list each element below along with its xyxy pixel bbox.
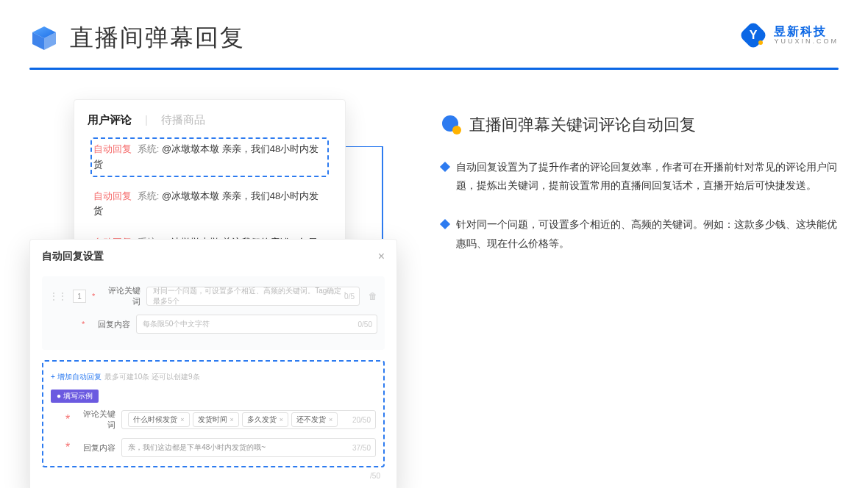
tag-remove-icon[interactable]: × [280,416,283,423]
close-icon[interactable]: × [378,250,385,263]
auto-reply-label: 自动回复 [93,143,132,154]
bullet-item: 自动回复设置为了提升作者的评论回复效率，作者可在开播前针对常见的评论用户问题，提… [441,158,839,195]
tab-pending-goods[interactable]: 待播商品 [161,113,205,127]
row-number: 1 [73,290,86,303]
section-title: 直播间弹幕关键词评论自动回复 [469,114,696,136]
tab-divider: | [145,113,148,127]
svg-point-5 [758,40,763,45]
auto-reply-row: 自动回复 系统: @冰墩墩本墩 亲亲，我们48小时内发货 [90,137,329,177]
keyword-input[interactable]: 对同一个问题，可设置多个相近、高频的关键词。Tag确定，最多5个 0/5 [146,287,360,306]
brand-name-cn: 昱新科技 [774,25,839,38]
example-block: + 增加自动回复 最多可建10条 还可以创建9条 ● 填写示例 * 评论关键词 … [42,360,385,467]
required-star: * [65,441,70,454]
footer-count: /50 [42,472,385,480]
example-keyword-count: 20/50 [352,416,371,424]
content-label: 回复内容 [90,319,130,330]
example-keyword-label: 评论关键词 [76,409,115,431]
settings-title: 自动回复设置 [42,250,104,263]
example-content-label: 回复内容 [76,442,115,453]
page-title: 直播间弹幕回复 [70,22,245,54]
content-input[interactable]: 每条限50个中文字符 0/50 [136,315,377,334]
tag-chip[interactable]: 还不发货× [291,412,338,427]
diamond-icon [440,162,450,172]
required-star: * [82,320,85,329]
section-header: 直播间弹幕关键词评论自动回复 [441,114,839,136]
tag-remove-icon[interactable]: × [230,416,234,423]
system-label: 系统: [138,190,160,201]
keyword-placeholder: 对同一个问题，可设置多个相近、高频的关键词。Tag确定，最多5个 [153,286,353,306]
tab-user-comments[interactable]: 用户评论 [88,113,132,127]
example-content-input[interactable]: 亲，我们这边都是下单48小时内发货的哦~ 37/50 [121,438,376,457]
content-placeholder: 每条限50个中文字符 [143,319,210,329]
tag-chip[interactable]: 发货时间× [193,412,239,427]
diamond-icon [440,219,450,229]
brand-name-en: YUUXIN.COM [774,38,839,46]
comment-tabs: 用户评论 | 待播商品 [88,113,332,127]
drag-handle-icon[interactable]: ⋮⋮ [49,291,67,301]
auto-reply-row: 自动回复 系统: @冰墩墩本墩 亲亲，我们48小时内发货 [90,184,329,224]
trash-icon[interactable]: 🗑 [369,291,377,301]
system-label: 系统: [138,143,160,154]
add-sub-text: 最多可建10条 还可以创建9条 [104,373,199,381]
brand-block: Y 昱新科技 YUUXIN.COM [740,22,839,49]
tag-chip[interactable]: 多久发货× [242,412,288,427]
form-block: ⋮⋮ 1 * 评论关键词 对同一个问题，可设置多个相近、高频的关键词。Tag确定… [42,276,385,350]
tag-chip[interactable]: 什么时候发货× [128,412,189,427]
keyword-count: 0/5 [344,293,355,301]
auto-reply-label: 自动回复 [93,190,132,201]
cube-icon [29,24,59,53]
content-count: 0/50 [358,320,372,329]
required-star: * [65,413,70,426]
left-column: 用户评论 | 待播商品 自动回复 系统: @冰墩墩本墩 亲亲，我们48小时内发货… [29,99,412,273]
brand-logo-icon: Y [740,22,766,49]
settings-card: 自动回复设置 × ⋮⋮ 1 * 评论关键词 对同一个问题，可设置多个相近、高频的… [29,239,397,488]
page-header: 直播间弹幕回复 [0,0,868,54]
example-content-count: 37/50 [352,444,371,452]
bullet-item: 针对同一个问题，可设置多个相近的、高频的关键词。例如：这款多少钱、这块能优惠吗、… [441,215,839,252]
right-column: 直播间弹幕关键词评论自动回复 自动回复设置为了提升作者的评论回复效率，作者可在开… [441,99,839,273]
example-badge: ● 填写示例 [51,390,99,403]
tag-remove-icon[interactable]: × [329,416,332,423]
svg-text:Y: Y [750,29,758,41]
bullet-text: 针对同一个问题，可设置多个相近的、高频的关键词。例如：这款多少钱、这块能优惠吗、… [456,215,839,252]
example-content-text: 亲，我们这边都是下单48小时内发货的哦~ [128,442,266,453]
svg-point-7 [452,126,461,134]
example-keyword-input[interactable]: 什么时候发货× 发货时间× 多久发货× 还不发货× 20/50 [121,410,376,429]
add-auto-reply-link[interactable]: + 增加自动回复 [51,372,102,382]
bubble-icon [441,115,462,135]
tag-remove-icon[interactable]: × [180,416,184,423]
required-star: * [92,292,95,301]
bullet-text: 自动回复设置为了提升作者的评论回复效率，作者可在开播前针对常见的评论用户问题，提… [456,158,839,195]
keyword-label: 评论关键词 [101,285,140,307]
